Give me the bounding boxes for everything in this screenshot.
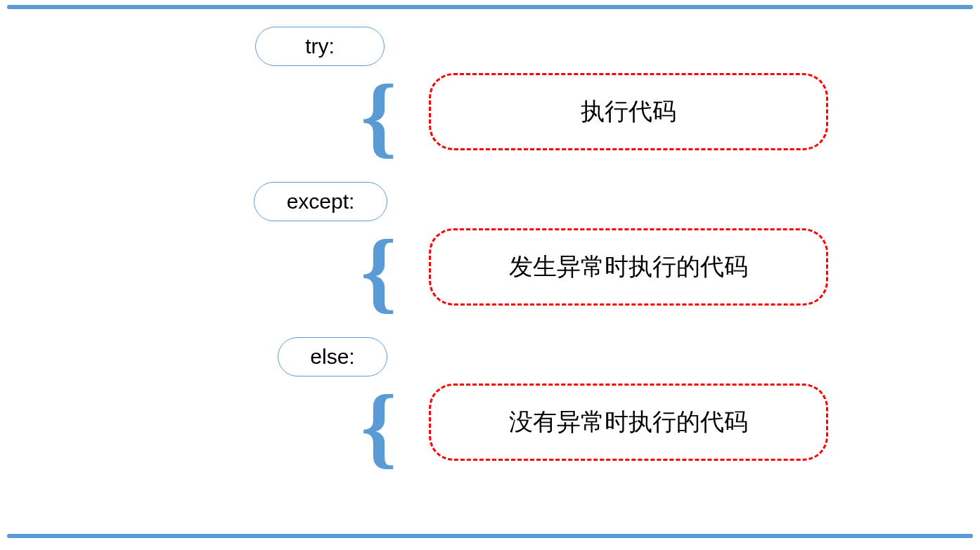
brace-icon-else: { <box>361 381 396 472</box>
keyword-except-label: except: <box>287 190 355 214</box>
description-except-label: 发生异常时执行的代码 <box>509 251 748 283</box>
bottom-divider-line <box>7 534 973 538</box>
keyword-else-pill: else: <box>278 337 387 377</box>
description-box-try: 执行代码 <box>429 73 828 150</box>
brace-icon-try: { <box>361 70 396 162</box>
description-try-label: 执行代码 <box>581 96 676 128</box>
keyword-except-pill: except: <box>254 182 387 221</box>
description-else-label: 没有异常时执行的代码 <box>509 406 748 438</box>
keyword-try-label: try: <box>305 34 335 58</box>
description-box-else: 没有异常时执行的代码 <box>429 384 828 461</box>
keyword-try-pill: try: <box>255 27 385 66</box>
keyword-else-label: else: <box>310 345 354 369</box>
brace-icon-except: { <box>361 225 396 317</box>
description-box-except: 发生异常时执行的代码 <box>429 228 828 306</box>
top-divider-line <box>7 5 973 9</box>
